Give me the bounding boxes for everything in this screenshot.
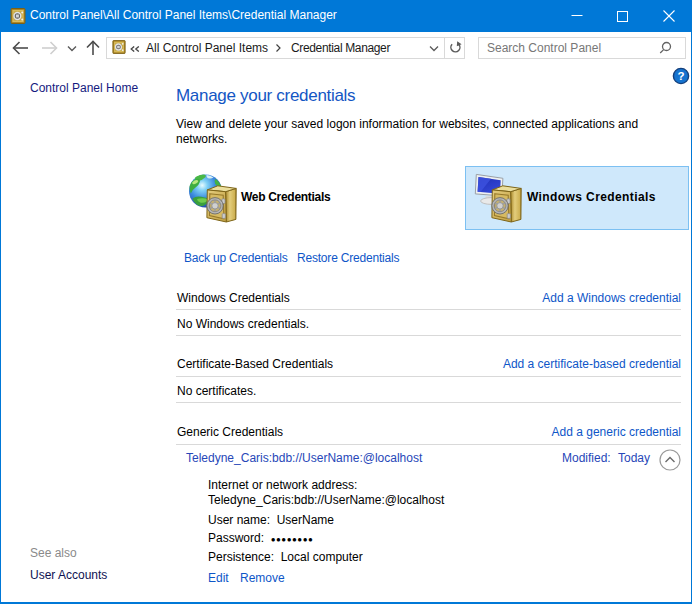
svg-text:?: ? [677,70,684,82]
